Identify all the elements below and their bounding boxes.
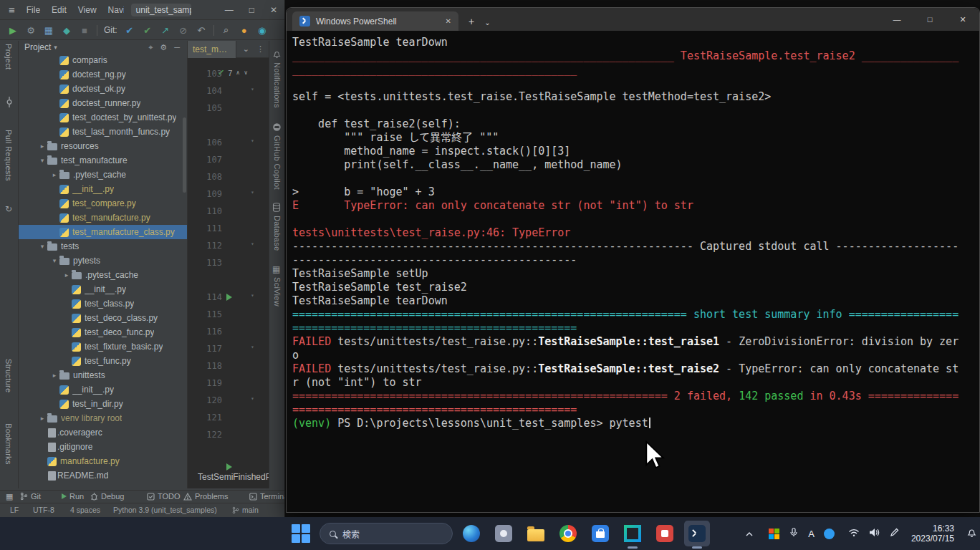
toolwindow-project[interactable]: Project	[4, 44, 13, 69]
tree-item-pytest-cache[interactable]: ▸.pytest_cache	[19, 168, 187, 182]
tree-item-venv-library-root[interactable]: ▸venv library root	[19, 411, 187, 425]
tree-item-init-py[interactable]: __init__.py	[19, 282, 187, 296]
project-badge[interactable]: unit_test_sampl	[131, 4, 191, 16]
hide-panel-icon[interactable]: ─	[174, 43, 180, 52]
toolwindow-problems[interactable]: Problems	[183, 492, 228, 501]
new-tab-button[interactable]: +	[469, 16, 474, 27]
tree-item-test-func-py[interactable]: test_func.py	[19, 354, 187, 368]
tree-item-doctest-ng-py[interactable]: doctest_ng.py	[19, 67, 187, 82]
tree-item-test-compare-py[interactable]: test_compare.py	[19, 196, 187, 211]
fold-icon[interactable]: ▾	[251, 395, 254, 402]
sciview-icon[interactable]: ▦	[272, 264, 280, 274]
toolwindow-sciview[interactable]: SciView	[273, 277, 282, 307]
chevron-right-icon[interactable]: ▸	[49, 372, 59, 379]
terminal-maximize-button[interactable]: □	[913, 8, 946, 31]
run-button[interactable]: ▶	[7, 25, 19, 36]
stop-button[interactable]: ■	[79, 25, 90, 36]
tree-item-doctest-ok-py[interactable]: doctest_ok.py	[19, 82, 187, 96]
github-copilot-icon[interactable]	[272, 122, 282, 134]
chevron-right-icon[interactable]: ▸	[37, 143, 47, 150]
push-button[interactable]: ↗	[160, 25, 171, 36]
tree-item-unittests[interactable]: ▸unittests	[19, 368, 187, 382]
tab-close-icon[interactable]: ✕	[446, 17, 451, 25]
tree-item-resources[interactable]: ▸resources	[19, 139, 187, 153]
chevron-right-icon[interactable]: ▸	[37, 415, 47, 422]
status-indent[interactable]: 4 spaces	[70, 506, 100, 514]
tree-item-pytests[interactable]: ▾pytests	[19, 254, 187, 268]
toolwindow-todo[interactable]: TODO	[147, 492, 181, 501]
pen-icon[interactable]	[890, 527, 899, 540]
tree-item-pytest-cache[interactable]: ▸.pytest_cache	[19, 268, 187, 282]
main-menu-icon[interactable]: ≡	[9, 4, 15, 16]
fold-icon[interactable]: ▾	[251, 292, 254, 299]
toolwindow-debug[interactable]: Debug	[90, 492, 124, 501]
fold-icon[interactable]: ▾	[251, 138, 254, 144]
terminal-minimize-button[interactable]: —	[880, 8, 913, 31]
tree-item-coveragerc[interactable]: .coveragerc	[19, 425, 187, 440]
blue-dot-icon[interactable]	[824, 529, 835, 539]
search-everywhere-icon[interactable]: ⌕	[221, 24, 232, 36]
tree-item-tests[interactable]: ▾tests	[19, 239, 187, 254]
chrome-icon[interactable]	[555, 521, 581, 546]
chevron-down-icon[interactable]: ▾	[37, 243, 47, 250]
taskbar-search[interactable]: 検索	[320, 523, 453, 544]
microphone-icon[interactable]	[789, 527, 799, 540]
menu-navigate[interactable]: Navigate	[108, 5, 124, 15]
tree-item-test-in-dir-py[interactable]: test_in_dir.py	[19, 397, 187, 411]
fold-icon[interactable]: ▾	[251, 86, 254, 92]
run-line-gutter-icon[interactable]	[226, 294, 232, 301]
settings-icon[interactable]: ⚙	[25, 25, 37, 36]
editor-tab[interactable]: test_manufacture_class.py	[188, 41, 236, 58]
powershell-icon[interactable]	[684, 521, 710, 546]
editor-area[interactable]: test_manufacture_class.py ⌄ ⋮ ✔ 7 ∧ ∨ 10…	[188, 41, 269, 488]
ide-close-button[interactable]: ✕	[270, 5, 277, 15]
grey-app-icon[interactable]	[491, 521, 517, 546]
red-app-icon[interactable]	[652, 521, 678, 546]
ime-mode-indicator[interactable]: A	[808, 529, 815, 539]
run-class-gutter-icon[interactable]	[226, 463, 232, 471]
commit-button[interactable]: ✔	[142, 25, 153, 36]
status-line-separator[interactable]: LF	[10, 506, 19, 514]
locate-file-icon[interactable]: ⌖	[148, 43, 153, 52]
toolwindow-run[interactable]: Run	[62, 492, 84, 501]
terminal-output[interactable]: TestRaiseSample tearDown________________…	[287, 31, 979, 512]
project-panel-title[interactable]: Project	[24, 42, 51, 52]
menu-edit[interactable]: Edit	[52, 5, 67, 15]
toolwindow-notifications[interactable]: Notifications	[273, 62, 282, 108]
tree-item-test-manufacture-py[interactable]: test_manufacture.py	[19, 211, 187, 225]
tree-item-gitignore[interactable]: .gitignore	[19, 440, 187, 454]
breadcrumb[interactable]: TestSemiFinishedP	[198, 472, 269, 482]
tray-chevron-up-icon[interactable]	[745, 527, 754, 540]
tree-item-test-fixture-basic-py[interactable]: test_fixture_basic.py	[19, 339, 187, 354]
tree-item-manufacture-py[interactable]: manufacture.py	[19, 454, 187, 468]
menu-view[interactable]: View	[78, 5, 97, 15]
terminal-close-button[interactable]: ✕	[946, 8, 979, 31]
toolwindow-pull-requests[interactable]: Pull Requests	[4, 130, 13, 181]
tree-item-test-deco-class-py[interactable]: test_deco_class.py	[19, 311, 187, 325]
tree-item-readme-md[interactable]: README.md	[19, 468, 187, 483]
notifications-bell-icon[interactable]	[272, 49, 282, 61]
network-icon[interactable]	[848, 527, 860, 540]
project-tree-scrollbar[interactable]	[183, 117, 186, 193]
status-encoding[interactable]: UTF-8	[33, 506, 54, 514]
update-project-button[interactable]: ✔	[124, 25, 135, 36]
tab-list-icon[interactable]: ⌄	[243, 44, 249, 54]
tree-item-init-py[interactable]: __init__.py	[19, 382, 187, 397]
chevron-right-icon[interactable]: ▸	[49, 171, 59, 178]
menu-file[interactable]: File	[27, 5, 40, 15]
status-git-branch[interactable]: main	[232, 506, 259, 514]
chevron-down-icon[interactable]: ▾	[49, 257, 59, 264]
tree-item-test-doctest-by-unittest-py[interactable]: test_doctest_by_unittest.py	[19, 110, 187, 125]
database-icon[interactable]	[272, 203, 281, 214]
ide-maximize-button[interactable]: □	[249, 5, 254, 15]
fold-icon[interactable]: ▾	[251, 241, 254, 247]
more-options-icon[interactable]: ⋮	[256, 44, 264, 54]
terminal-tab[interactable]: Windows PowerShell ✕	[292, 11, 458, 31]
vcs-icon[interactable]: ↻	[5, 204, 12, 214]
tab-dropdown-icon[interactable]: ⌄	[484, 19, 490, 26]
toolwindow-github-copilot[interactable]: GitHub Copilot	[273, 135, 282, 190]
fold-icon[interactable]: ▾	[251, 189, 254, 196]
toolwindow-terminal[interactable]: Terminal	[249, 492, 284, 501]
code-with-me-icon[interactable]: ●	[239, 25, 250, 36]
volume-icon[interactable]	[869, 527, 880, 540]
